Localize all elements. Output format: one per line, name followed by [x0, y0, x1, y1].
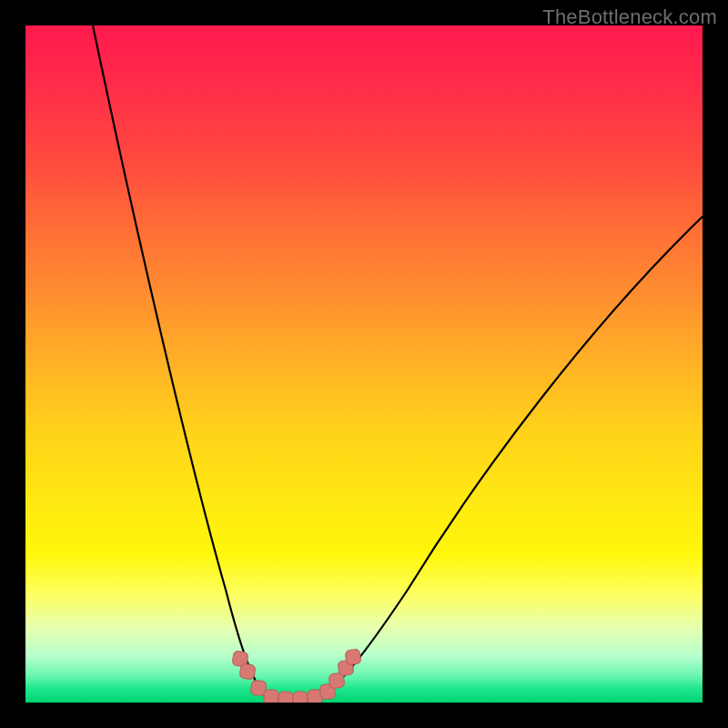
- chart-frame: [25, 25, 703, 703]
- watermark-text: TheBottleneck.com: [542, 5, 717, 29]
- marker: [345, 649, 361, 665]
- marker: [264, 690, 278, 703]
- bottleneck-curve-svg: [25, 25, 703, 703]
- marker: [293, 692, 308, 703]
- marker: [239, 663, 256, 680]
- marker: [278, 692, 293, 703]
- curve-left: [93, 25, 264, 694]
- curve-right: [324, 217, 703, 694]
- marker-group: [232, 649, 361, 703]
